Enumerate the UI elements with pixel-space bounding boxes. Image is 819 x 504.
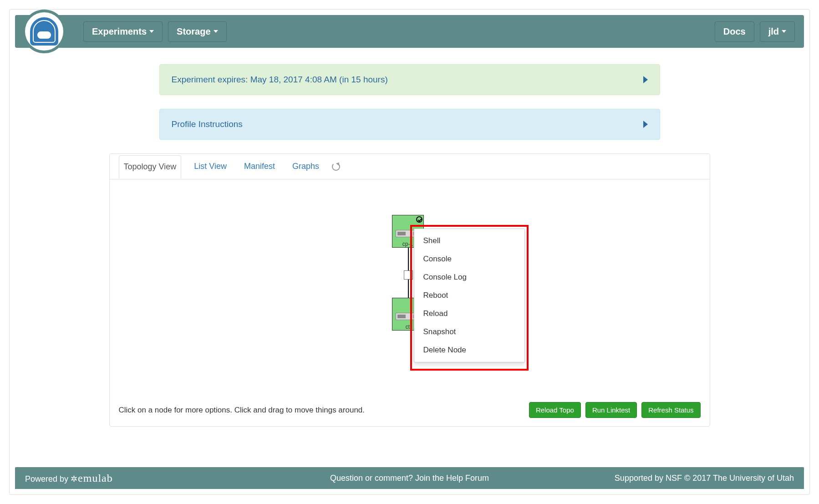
footer-powered-text: Powered by	[25, 474, 71, 484]
user-menu[interactable]: jld	[760, 21, 795, 42]
ctx-delete-node[interactable]: Delete Node	[414, 341, 524, 359]
node-context-menu: Shell Console Console Log Reboot Reload …	[414, 229, 525, 362]
topology-canvas[interactable]: cp-1 ct Shell Console Console Log Reboot…	[110, 179, 710, 380]
node-label: ct	[406, 324, 410, 330]
ctx-reboot[interactable]: Reboot	[414, 286, 524, 305]
ctx-reload[interactable]: Reload	[414, 305, 524, 323]
footer-right: Supported by NSF © 2017 The University o…	[615, 473, 794, 483]
experiment-panel: Topology View List View Manifest Graphs …	[109, 153, 710, 427]
experiments-label: Experiments	[92, 26, 147, 37]
storage-menu[interactable]: Storage	[168, 21, 226, 42]
main-navbar: Experiments Storage Docs jld	[15, 15, 804, 48]
instructions-text: Profile Instructions	[172, 119, 243, 129]
footer-powered: Powered by ✲emulab	[25, 472, 113, 484]
caret-down-icon	[149, 30, 154, 33]
site-logo[interactable]	[22, 10, 66, 53]
user-label: jld	[768, 26, 779, 37]
profile-instructions-alert[interactable]: Profile Instructions	[159, 109, 660, 140]
refresh-icon[interactable]	[332, 163, 340, 171]
chevron-right-icon	[643, 121, 648, 128]
chevron-right-icon	[643, 76, 648, 83]
gear-icon: ✲	[71, 474, 78, 484]
ctx-shell[interactable]: Shell	[414, 232, 524, 250]
storage-label: Storage	[177, 26, 210, 37]
footer-brand: emulab	[78, 472, 113, 484]
tab-topology[interactable]: Topology View	[119, 155, 182, 178]
experiment-expire-alert[interactable]: Experiment expires: May 18, 2017 4:08 AM…	[159, 64, 660, 95]
caret-down-icon	[214, 30, 218, 33]
ctx-console-log[interactable]: Console Log	[414, 268, 524, 286]
canvas-hint: Click on a node for more options. Click …	[119, 406, 365, 415]
emulab-logo[interactable]: ✲emulab	[71, 472, 113, 484]
expire-text: Experiment expires: May 18, 2017 4:08 AM…	[172, 75, 388, 85]
tab-list[interactable]: List View	[189, 155, 231, 178]
run-linktest-button[interactable]: Run Linktest	[585, 402, 637, 418]
refresh-status-button[interactable]: Refresh Status	[641, 402, 700, 418]
docs-link[interactable]: Docs	[715, 21, 754, 42]
docs-label: Docs	[723, 26, 746, 37]
footer-help-link[interactable]: Question or comment? Join the Help Forum	[330, 473, 489, 483]
check-icon	[416, 216, 422, 223]
tab-graphs[interactable]: Graphs	[288, 155, 324, 178]
topology-link-handle[interactable]	[404, 270, 413, 280]
node-label: cp-1	[402, 241, 413, 247]
view-tabs: Topology View List View Manifest Graphs	[110, 154, 710, 179]
tab-manifest[interactable]: Manifest	[239, 155, 280, 178]
experiments-menu[interactable]: Experiments	[83, 21, 163, 42]
caret-down-icon	[782, 30, 786, 33]
ctx-snapshot[interactable]: Snapshot	[414, 323, 524, 341]
site-footer: Powered by ✲emulab Question or comment? …	[15, 467, 804, 489]
reload-topo-button[interactable]: Reload Topo	[529, 402, 581, 418]
ctx-console[interactable]: Console	[414, 250, 524, 268]
